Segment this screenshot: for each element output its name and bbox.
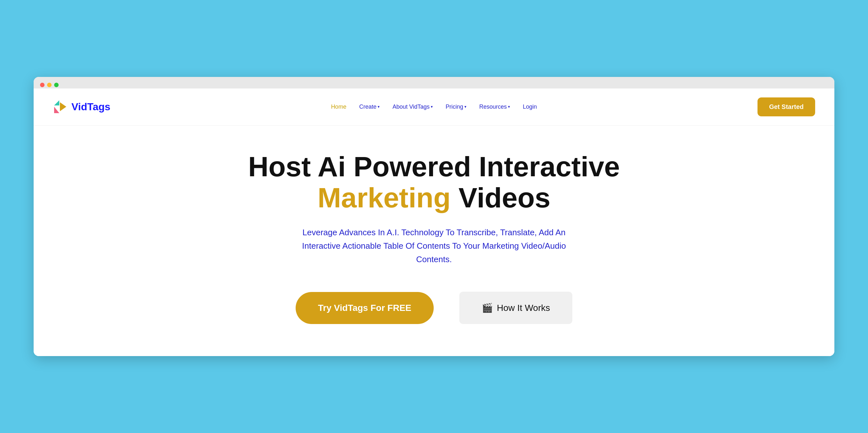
nav-link-pricing[interactable]: Pricing ▾ [445, 104, 466, 110]
svg-marker-1 [54, 100, 59, 106]
hero-title-rest: Videos [451, 182, 550, 213]
nav-link-create[interactable]: Create ▾ [359, 104, 379, 110]
nav-link-login[interactable]: Login [523, 104, 537, 110]
browser-dots [40, 81, 828, 88]
nav-link-about[interactable]: About VidTags ▾ [392, 104, 433, 110]
chevron-down-icon: ▾ [464, 105, 466, 109]
hero-title: Host Ai Powered Interactive Marketing Vi… [53, 151, 815, 213]
browser-chrome [34, 77, 834, 88]
nav-item-login[interactable]: Login [523, 104, 537, 110]
nav-link-resources[interactable]: Resources ▾ [479, 104, 510, 110]
logo-icon [53, 99, 68, 114]
logo[interactable]: VidTags [53, 99, 111, 114]
nav-item-home[interactable]: Home [331, 104, 346, 110]
try-free-button[interactable]: Try VidTags For FREE [296, 292, 434, 324]
how-it-works-button[interactable]: 🎬 How It Works [459, 292, 572, 324]
dot-green[interactable] [54, 83, 59, 87]
hero-subtitle: Leverage Advances In A.I. Technology To … [290, 226, 578, 266]
svg-marker-0 [54, 107, 59, 113]
logo-text: VidTags [71, 101, 111, 113]
hero-buttons: Try VidTags For FREE 🎬 How It Works [53, 292, 815, 324]
nav-link-home[interactable]: Home [331, 104, 346, 110]
nav-item-create[interactable]: Create ▾ [359, 104, 379, 110]
chevron-down-icon: ▾ [378, 105, 379, 109]
chevron-down-icon: ▾ [431, 105, 433, 109]
how-it-works-icon: 🎬 [482, 302, 493, 313]
hero-title-highlight: Marketing [317, 182, 451, 213]
dot-red[interactable] [40, 83, 44, 87]
browser-window: VidTags Home Create ▾ About VidTags ▾ [34, 77, 834, 356]
nav-links: Home Create ▾ About VidTags ▾ P [331, 104, 537, 110]
chevron-down-icon: ▾ [508, 105, 510, 109]
get-started-button[interactable]: Get Started [757, 97, 815, 116]
dot-yellow[interactable] [47, 83, 52, 87]
nav-item-resources[interactable]: Resources ▾ [479, 104, 510, 110]
hero-title-line1: Host Ai Powered Interactive [248, 151, 620, 182]
browser-content: VidTags Home Create ▾ About VidTags ▾ [34, 88, 834, 356]
navbar: VidTags Home Create ▾ About VidTags ▾ [34, 88, 834, 126]
nav-item-pricing[interactable]: Pricing ▾ [445, 104, 466, 110]
svg-marker-2 [60, 102, 66, 111]
nav-item-about[interactable]: About VidTags ▾ [392, 104, 433, 110]
hero-section: Host Ai Powered Interactive Marketing Vi… [34, 126, 834, 356]
how-it-works-label: How It Works [497, 303, 550, 313]
